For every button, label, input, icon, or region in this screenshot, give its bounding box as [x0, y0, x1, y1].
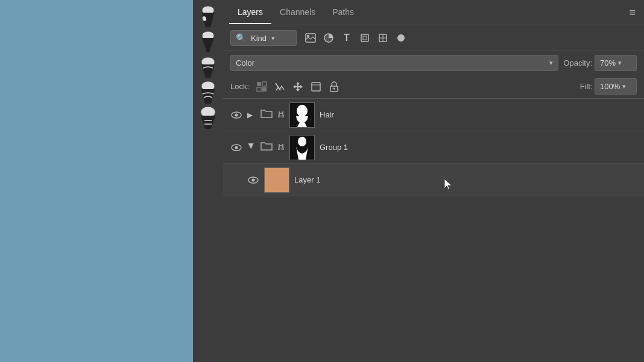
layer-thumb-hair — [289, 102, 315, 128]
svg-marker-30 — [293, 85, 295, 89]
tab-channels[interactable]: Channels — [271, 1, 324, 24]
lock-move-icon[interactable] — [291, 80, 305, 93]
kind-filter-dropdown[interactable]: 🔍 Kind ▾ — [230, 30, 297, 46]
svg-point-49 — [252, 178, 255, 181]
svg-point-47 — [298, 137, 306, 146]
expand-icon-group1[interactable]: ▶ — [247, 143, 256, 152]
folder-icon-hair — [260, 108, 273, 122]
svg-point-45 — [282, 148, 284, 150]
tool-pen-5[interactable] — [197, 107, 219, 129]
opacity-group: Opacity: 70% ▾ — [563, 55, 637, 71]
layer-name-layer1: Layer 1 — [294, 175, 637, 184]
adjustment-filter-icon[interactable] — [322, 31, 335, 45]
opacity-label: Opacity: — [563, 58, 592, 67]
tool-pen-2[interactable] — [197, 31, 219, 53]
fill-input[interactable]: 100% ▾ — [595, 78, 637, 95]
svg-rect-24 — [257, 87, 261, 92]
svg-point-14 — [307, 35, 309, 37]
panel-menu-icon[interactable]: ≡ — [629, 6, 637, 19]
visibility-icon-layer1[interactable] — [247, 176, 259, 184]
svg-point-38 — [279, 116, 280, 117]
filter-bar: 🔍 Kind ▾ T — [223, 25, 644, 51]
fill-label: Fill: — [580, 82, 592, 91]
svg-point-41 — [297, 105, 308, 117]
svg-marker-28 — [296, 82, 300, 84]
svg-marker-10 — [201, 116, 215, 129]
blend-chevron-icon: ▾ — [549, 59, 553, 67]
fill-chevron-icon: ▾ — [622, 83, 626, 90]
layer-row-group1[interactable]: ▶ Group 1 — [223, 131, 644, 164]
layer-name-group1: Group 1 — [320, 143, 637, 152]
svg-rect-16 — [361, 34, 368, 42]
svg-marker-29 — [296, 89, 300, 92]
image-filter-icon[interactable] — [304, 31, 317, 45]
link-icon-group1 — [277, 142, 285, 153]
tab-layers[interactable]: Layers — [229, 1, 271, 24]
svg-point-21 — [397, 34, 405, 42]
expand-icon-hair[interactable]: ▶ — [247, 111, 256, 119]
svg-point-35 — [333, 87, 335, 89]
tool-strip — [193, 0, 223, 362]
blend-mode-value: Color — [236, 58, 254, 67]
layer-row-hair[interactable]: ▶ Hair — [223, 99, 644, 131]
folder-icon-group1 — [260, 140, 273, 154]
type-filter-icon[interactable]: T — [340, 31, 353, 45]
svg-rect-23 — [262, 82, 267, 86]
tool-pen-4[interactable] — [197, 82, 219, 104]
smart-filter-icon[interactable] — [376, 31, 390, 45]
opacity-chevron-icon: ▾ — [618, 59, 622, 67]
blend-opacity-row: Color ▾ Opacity: 70% ▾ — [223, 51, 644, 75]
canvas-area — [0, 0, 223, 362]
svg-point-43 — [235, 146, 238, 149]
filter-kind-label: Kind — [251, 34, 267, 43]
svg-rect-17 — [363, 36, 367, 40]
visibility-icon-hair[interactable] — [230, 111, 242, 119]
fill-group: Fill: 100% ▾ — [580, 78, 637, 95]
visibility-icon-group1[interactable] — [230, 144, 242, 151]
filter-chevron-icon: ▾ — [271, 34, 275, 42]
lock-icons-group — [255, 80, 341, 93]
tool-pen-3[interactable] — [197, 57, 219, 78]
lock-image-icon[interactable] — [273, 80, 286, 93]
lock-row: Lock: — [223, 75, 644, 98]
lock-all-icon[interactable] — [327, 80, 341, 93]
layer-thumb-group1 — [289, 135, 315, 160]
svg-point-44 — [279, 148, 280, 150]
search-icon: 🔍 — [236, 33, 246, 43]
tab-paths[interactable]: Paths — [324, 1, 362, 24]
filter-icons-group: T — [304, 31, 408, 45]
layer-name-hair: Hair — [320, 110, 637, 119]
layers-list: ▶ Hair — [223, 99, 644, 362]
fill-value: 100% — [600, 82, 620, 91]
pixel-filter-icon[interactable] — [394, 31, 408, 45]
lock-transparent-icon[interactable] — [255, 80, 268, 93]
blend-mode-dropdown[interactable]: Color ▾ — [230, 55, 558, 71]
link-icon-hair — [277, 109, 285, 120]
svg-marker-31 — [300, 85, 303, 89]
tool-pen-1[interactable] — [197, 6, 219, 28]
opacity-input[interactable]: 70% ▾ — [595, 55, 637, 71]
tab-bar: Layers Channels Paths ≡ — [223, 0, 644, 25]
svg-rect-32 — [312, 83, 320, 91]
layer-row-layer1[interactable]: Layer 1 — [223, 164, 644, 196]
layer-thumb-layer1 — [264, 167, 289, 193]
svg-point-39 — [282, 116, 284, 117]
layers-panel: Layers Channels Paths ≡ 🔍 Kind ▾ T — [223, 0, 644, 362]
lock-label: Lock: — [230, 82, 249, 91]
svg-marker-4 — [202, 38, 214, 52]
opacity-value: 70% — [600, 58, 616, 67]
svg-rect-25 — [262, 87, 267, 92]
svg-point-37 — [235, 113, 238, 116]
lock-artboard-icon[interactable] — [309, 80, 323, 93]
shape-filter-icon[interactable] — [358, 31, 371, 45]
svg-rect-22 — [257, 82, 261, 86]
